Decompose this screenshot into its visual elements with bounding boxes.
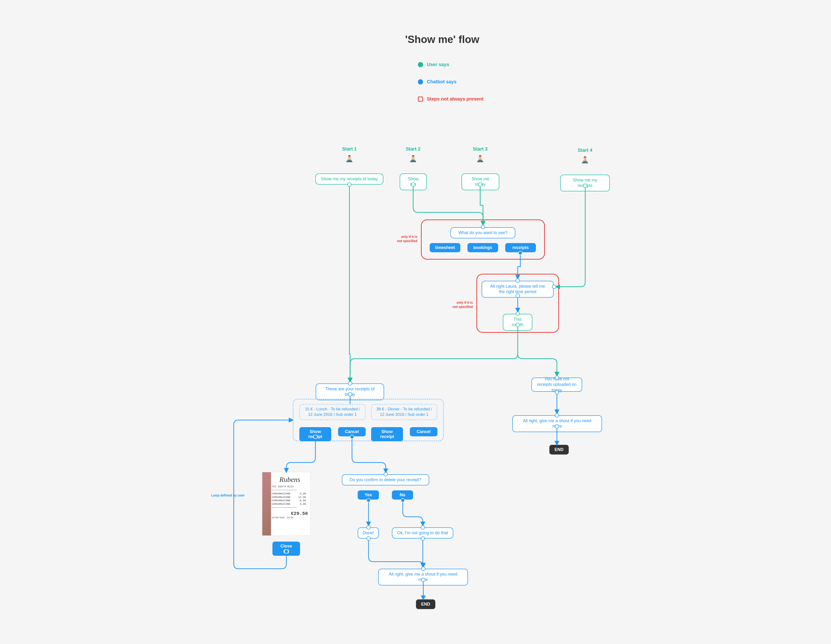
this-month-answer: This month <box>503 314 532 331</box>
end-right: END <box>549 445 569 455</box>
legend-user: User says <box>418 62 449 67</box>
loop-label: Loop defined by user <box>211 493 249 498</box>
close-receipt[interactable]: Close (X) <box>272 542 300 556</box>
port <box>555 424 559 429</box>
connectors <box>0 0 831 644</box>
port <box>313 435 318 439</box>
port <box>421 525 425 530</box>
port <box>366 498 371 502</box>
bot-dot-icon <box>418 79 423 84</box>
port <box>384 472 388 477</box>
show-receipt-2[interactable]: Show receipt <box>371 427 403 441</box>
port <box>583 184 587 188</box>
port <box>421 567 425 571</box>
card-2: 38 € - Dinner - To be refunded / 12 June… <box>371 404 437 420</box>
avatar-start-4 <box>581 156 589 164</box>
shout-left: All right, give me a shout if you need m… <box>378 569 468 585</box>
start-3-label: Start 3 <box>471 146 490 152</box>
cancel-2[interactable]: Cancel <box>410 427 438 436</box>
optional-square-icon <box>418 97 423 102</box>
port <box>411 183 415 187</box>
legend-optional: Steps not always present <box>418 96 484 102</box>
user-dot-icon <box>418 62 423 67</box>
legend-bot-label: Chatbot says <box>427 79 457 84</box>
legend-user-label: User says <box>427 62 449 67</box>
option-timesheet[interactable]: timesheet <box>430 243 460 252</box>
avatar-start-1 <box>345 155 353 163</box>
receipt-image: Rubens Tel 010/4 6113 ──────────────── C… <box>262 472 310 536</box>
port <box>366 525 371 530</box>
avatar-start-2 <box>409 155 417 163</box>
have-receipts: These are your receipts of today <box>316 383 384 400</box>
port <box>284 549 288 553</box>
shout-right: All right, give me a shout if you need m… <box>512 415 602 432</box>
legend-bot: Chatbot says <box>418 79 457 84</box>
port <box>518 251 522 255</box>
port <box>347 183 352 187</box>
port <box>555 413 559 417</box>
port <box>366 536 371 541</box>
port <box>552 285 556 289</box>
start-2-label: Start 2 <box>404 146 423 152</box>
cond1-note: only if it is not specified <box>389 235 417 243</box>
port <box>516 323 520 327</box>
start-1-label: Start 1 <box>340 146 359 152</box>
port <box>348 382 352 386</box>
card-1: 15 € - Lunch - To be refunded / 12 June … <box>299 404 365 420</box>
port <box>348 392 352 396</box>
port <box>350 435 354 439</box>
start-3-bubble: Show me today <box>462 173 499 190</box>
option-bookings[interactable]: bookings <box>467 243 498 252</box>
port <box>421 536 425 541</box>
port <box>516 312 520 316</box>
avatar-start-3 <box>476 155 484 163</box>
start-2-bubble: Show me <box>400 173 427 190</box>
port <box>481 225 485 229</box>
receipt-brand: Rubens <box>272 475 308 483</box>
page-title: 'Show me' flow <box>405 33 479 45</box>
port <box>478 183 482 187</box>
port <box>516 278 520 283</box>
show-receipt-1[interactable]: Show receipt <box>299 427 331 441</box>
port <box>421 578 425 582</box>
start-4-label: Start 4 <box>576 148 594 153</box>
port <box>401 498 405 502</box>
cond2-note: only if it is not specified <box>444 301 473 309</box>
port <box>555 375 559 380</box>
end-left: END <box>416 599 435 609</box>
legend-optional-label: Steps not always present <box>427 96 484 102</box>
receipt-total: €29.50 <box>272 511 308 516</box>
start-4-bubble: Show me my receipts <box>560 175 610 191</box>
no-receipts: You have not receipts uploaded on today <box>532 378 582 392</box>
port <box>555 390 559 394</box>
port <box>516 294 520 298</box>
